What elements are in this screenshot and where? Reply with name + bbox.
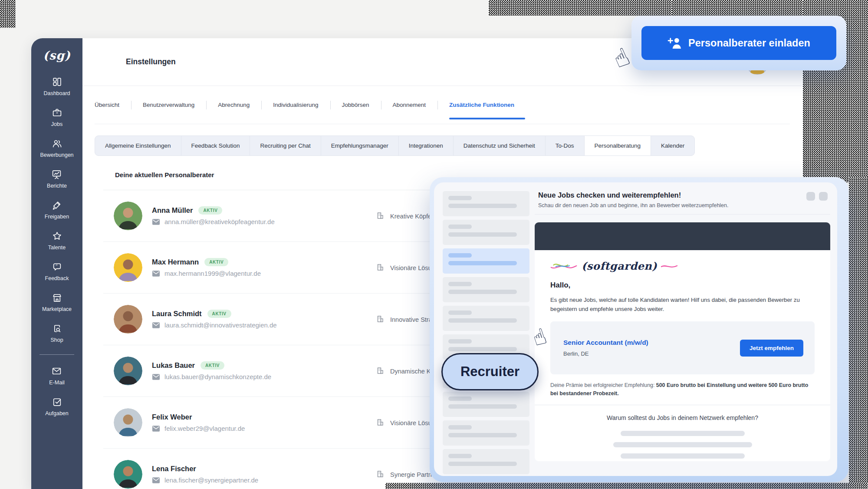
recruiter-callout-pill: Recruiter (441, 353, 539, 390)
text-skeleton (550, 431, 815, 459)
tab-jobboersen[interactable]: Jobbörsen (330, 102, 381, 108)
report-chart-icon (51, 169, 62, 180)
sidebar-item-jobs[interactable]: Jobs (51, 107, 62, 127)
sidebar-label: Aufgaben (45, 410, 69, 416)
logo-squiggle-right (661, 263, 678, 269)
sidebar-item-freigaben[interactable]: Freigaben (45, 200, 69, 220)
company-building-icon (377, 264, 384, 271)
mail-icon (152, 270, 160, 277)
sidebar-item-talente[interactable]: Talente (48, 231, 66, 251)
subtab-datenschutz-und-sicherheit[interactable]: Datenschutz und Sicherheit (454, 136, 546, 155)
consultant-email: max.hermann1999@vlagentur.de (164, 270, 261, 277)
tab-abonnement[interactable]: Abonnement (381, 102, 438, 108)
email-list-skeleton (443, 191, 529, 476)
invite-floating-card: Personalberater einladen (631, 16, 846, 70)
transparency-noise (0, 0, 16, 28)
document-search-icon (51, 323, 62, 334)
sidebar-label: Bewerbungen (40, 152, 73, 158)
overlay-subtitle: Schau dir den neuen Job an und beginne, … (538, 202, 830, 208)
mail-icon (152, 218, 160, 225)
consultant-email: anna.müller@kreativeköpfeagentur.de (164, 218, 275, 225)
email-preview-header: Neue Jobs checken und weiterempfehlen! S… (538, 191, 830, 215)
status-badge: AKTIV (207, 310, 231, 318)
sidebar-item-berichte[interactable]: Berichte (47, 169, 67, 189)
skeleton-bar (613, 442, 752, 447)
sidebar-label: Jobs (51, 121, 62, 127)
subtab-recruiting-per-chat[interactable]: Recruiting per Chat (250, 136, 321, 155)
invite-consultant-button[interactable]: Personalberater einladen (641, 26, 836, 60)
sidebar-label: Shop (50, 337, 63, 343)
tab-zusaetzliche-funktionen[interactable]: Zusätzliche Funktionen (437, 102, 526, 108)
logo-squiggle-left (550, 261, 578, 271)
skeleton-bar (621, 431, 745, 436)
sidebar-label: Berichte (47, 183, 67, 189)
sidebar-item-shop[interactable]: Shop (50, 323, 63, 343)
consultant-avatar (114, 202, 142, 230)
consultant-email: lukas.bauer@dynamischkonzepte.de (164, 373, 271, 380)
subtab-feedback-solution[interactable]: Feedback Solution (181, 136, 250, 155)
consultant-avatar (114, 305, 142, 334)
approval-stamp-icon (51, 200, 62, 211)
section-title: Deine aktuellen Personalberater (115, 171, 214, 178)
transparency-noise (849, 177, 868, 489)
subtab-empfehlungsmanager[interactable]: Empfehlungsmanager (321, 136, 399, 155)
softgarden-wordmark: (softgarden) (582, 260, 657, 272)
consultant-email: laura.schmidt@innovativestrategien.de (164, 321, 277, 329)
job-location: Berlin, DE (563, 350, 648, 357)
subtab-personalberatung[interactable]: Personalberatung (585, 136, 651, 155)
email-list-item-skeleton (443, 306, 529, 331)
storefront-icon (52, 292, 62, 303)
email-greeting: Hallo, (550, 281, 815, 290)
company-building-icon (377, 471, 384, 478)
envelope-icon (51, 366, 62, 377)
divider (535, 214, 830, 215)
sidebar-item-aufgaben[interactable]: Aufgaben (45, 396, 69, 416)
status-badge: AKTIV (204, 258, 228, 266)
sidebar-label: Talente (48, 244, 66, 251)
softgarden-sg-logo: (sg) (43, 49, 71, 62)
consultant-name: Lena Fischer (152, 465, 196, 473)
consultant-avatar (114, 357, 142, 385)
consultant-name: Felix Weber (152, 413, 192, 421)
email-body: (softgarden) Hallo, Es gibt neue Jobs, w… (535, 250, 830, 461)
tab-benutzerverwaltung[interactable]: Benutzerverwaltung (131, 102, 206, 108)
subtab-to-dos[interactable]: To-Dos (546, 136, 585, 155)
consultant-name: Max Hermann (152, 258, 199, 266)
overlay-title: Neue Jobs checken und weiterempfehlen! (538, 191, 830, 199)
sidebar-item-feedback[interactable]: ” Feedback (45, 261, 69, 281)
job-title-link[interactable]: Senior Accountant (m/w/d) (563, 339, 648, 347)
email-list-item-skeleton (443, 392, 529, 417)
person-add-icon (667, 37, 682, 49)
consultant-name: Anna Müller (152, 206, 193, 215)
tab-individualisierung[interactable]: Individualisierung (261, 102, 330, 108)
settings-tab-bar: Übersicht Benutzerverwaltung Abrechnung … (95, 86, 790, 124)
subtab-kalender[interactable]: Kalender (651, 136, 694, 155)
email-banner (535, 222, 830, 250)
company-building-icon (377, 212, 384, 220)
subtab-allgemeine-einstellungen[interactable]: Allgemeine Einstellungen (95, 136, 181, 155)
sidebar-label: Marketplace (42, 306, 72, 312)
mail-icon (152, 373, 160, 380)
subtab-integrationen[interactable]: Integrationen (399, 136, 454, 155)
sidebar-item-bewerbungen[interactable]: Bewerbungen (40, 138, 73, 158)
sidebar-label: Dashboard (43, 90, 70, 96)
consultant-email: felix.weber29@vlagentur.de (164, 425, 245, 432)
tab-abrechnung[interactable]: Abrechnung (206, 102, 261, 108)
softgarden-logo: (softgarden) (550, 260, 815, 272)
consultant-name: Lukas Bauer (152, 361, 195, 370)
sidebar-item-email[interactable]: E-Mail (49, 366, 64, 386)
tab-uebersicht[interactable]: Übersicht (95, 102, 131, 108)
people-icon (52, 138, 62, 149)
screenshot-canvas: (sg) Dashboard Jobs Bewerbungen Berichte… (0, 0, 868, 489)
referral-bonus-text: Deine Prämie bei erfolgreicher Empfehlun… (550, 381, 815, 398)
sidebar-label: E-Mail (49, 380, 64, 386)
star-icon (52, 231, 62, 241)
divider (535, 405, 830, 405)
sidebar-item-marketplace[interactable]: Marketplace (42, 292, 72, 312)
recommend-now-button[interactable]: Jetzt empfehlen (740, 340, 803, 357)
email-list-item-skeleton (443, 420, 529, 446)
sidebar-item-dashboard[interactable]: Dashboard (43, 76, 70, 96)
speech-bubble-icon: ” (52, 261, 62, 272)
page-title: Einstellungen (126, 57, 176, 66)
sidebar-label: Freigaben (45, 214, 69, 220)
